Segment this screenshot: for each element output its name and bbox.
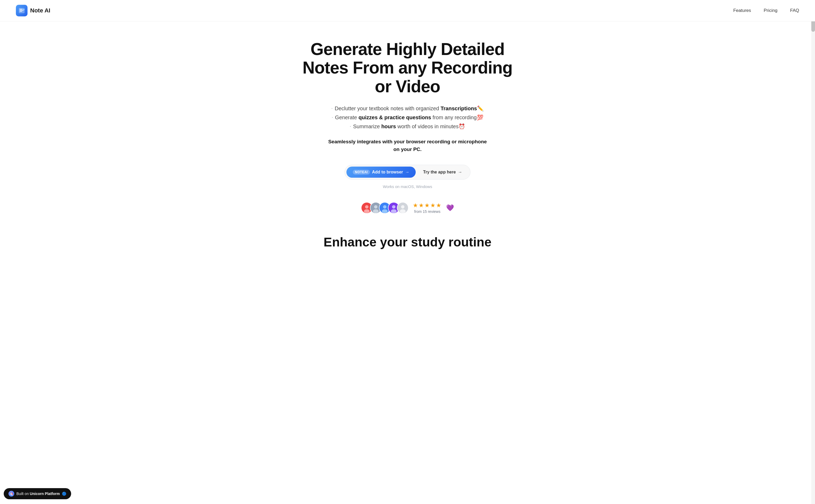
bullet-dot-3: · xyxy=(350,124,351,129)
svg-point-11 xyxy=(373,209,379,213)
footer-badge[interactable]: 🦄 Built on Unicorn Platform 🔵 xyxy=(4,488,71,499)
svg-point-8 xyxy=(364,209,370,213)
reviews-count: from 15 reviews xyxy=(413,209,442,214)
cta-secondary-arrow: → xyxy=(458,170,462,175)
svg-text:AI: AI xyxy=(23,9,25,10)
enhance-section: Enhance your study routine xyxy=(318,230,497,260)
bullet-dot-1: · xyxy=(331,106,332,111)
bullet-2-text: Generate quizzes & practice questions fr… xyxy=(335,114,483,121)
nav-features[interactable]: Features xyxy=(733,8,751,13)
avatar-group xyxy=(361,202,409,214)
svg-point-7 xyxy=(365,205,369,209)
hero-subtitle: Seamlessly integrates with your browser … xyxy=(328,138,487,153)
noteai-badge: NOTEAI xyxy=(353,170,370,175)
brand-name: Note AI xyxy=(30,7,50,14)
svg-point-10 xyxy=(374,205,378,209)
works-on-text: Works on macOS, Windows xyxy=(383,184,432,189)
nav-pricing[interactable]: Pricing xyxy=(764,8,777,13)
svg-point-16 xyxy=(392,205,396,209)
unicorn-icon: 🔵 xyxy=(62,492,66,496)
bullet-dot-2: · xyxy=(332,115,333,120)
cta-primary-label: Add to browser xyxy=(372,170,403,175)
bullet-1-text: Declutter your textbook notes with organ… xyxy=(335,105,484,112)
try-app-button[interactable]: Try the app here → xyxy=(417,167,469,178)
nav-links: Features Pricing FAQ xyxy=(733,8,799,13)
logo-icon: AI xyxy=(16,5,28,16)
cta-primary-arrow: → xyxy=(405,170,409,175)
bullet-1: · Declutter your textbook notes with org… xyxy=(331,105,483,112)
bullet-3-text: Summarize hours worth of videos in minut… xyxy=(353,123,465,130)
hero-bullets: · Declutter your textbook notes with org… xyxy=(331,105,483,130)
footer-badge-text: Built on Unicorn Platform xyxy=(16,492,60,496)
svg-point-17 xyxy=(391,209,397,213)
svg-point-13 xyxy=(383,205,387,209)
enhance-title: Enhance your study routine xyxy=(324,235,492,249)
navbar: AI Note AI Features Pricing FAQ xyxy=(0,0,815,21)
heart-icon: 💜 xyxy=(446,204,454,212)
unicorn-logo: 🦄 xyxy=(8,491,14,497)
logo-link[interactable]: AI Note AI xyxy=(16,5,50,16)
nav-faq[interactable]: FAQ xyxy=(790,8,799,13)
svg-rect-3 xyxy=(20,11,22,12)
svg-point-19 xyxy=(401,205,405,209)
reviews-section: ★★★★★ from 15 reviews 💜 xyxy=(361,202,454,214)
svg-rect-1 xyxy=(20,9,23,10)
stars-display: ★★★★★ xyxy=(413,202,442,209)
scrollbar-track xyxy=(811,0,815,504)
hero-title: Generate Highly Detailed Notes From any … xyxy=(294,40,521,96)
cta-container: NOTEAI Add to browser → Try the app here… xyxy=(345,165,470,180)
cta-secondary-label: Try the app here xyxy=(423,170,456,175)
bullet-2: · Generate quizzes & practice questions … xyxy=(331,114,483,121)
reviews-info: ★★★★★ from 15 reviews xyxy=(413,202,442,214)
avatar-5 xyxy=(397,202,409,214)
bullet-3: · Summarize hours worth of videos in min… xyxy=(331,123,483,130)
add-to-browser-button[interactable]: NOTEAI Add to browser → xyxy=(346,167,416,178)
hero-section: Generate Highly Detailed Notes From any … xyxy=(289,21,526,271)
svg-point-20 xyxy=(400,209,406,213)
svg-point-14 xyxy=(382,209,388,213)
